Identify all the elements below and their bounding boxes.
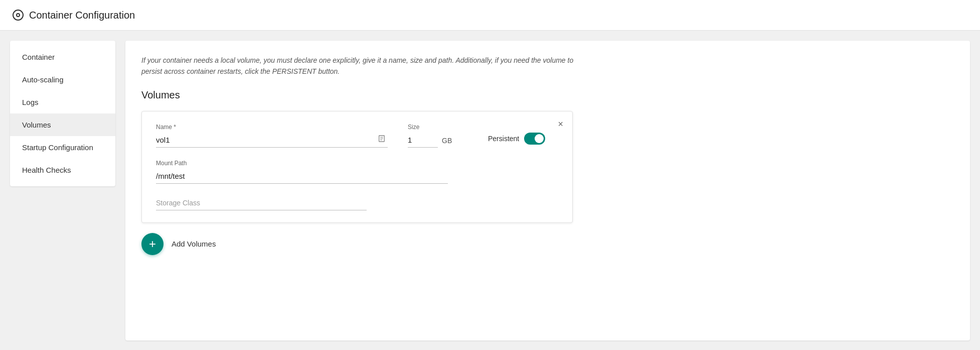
name-input-wrapper xyxy=(156,133,388,148)
persistent-group: Persistent xyxy=(488,133,558,148)
persistent-row: Persistent xyxy=(488,133,558,148)
sidebar-item-container[interactable]: Container xyxy=(10,46,115,68)
mount-path-row: Mount Path xyxy=(156,160,558,184)
sidebar-item-logs[interactable]: Logs xyxy=(10,91,115,113)
sidebar: Container Auto-scaling Logs Volumes Star… xyxy=(10,41,115,186)
mount-path-group: Mount Path xyxy=(156,160,448,184)
add-volumes-button[interactable]: + xyxy=(141,233,164,255)
description-text: If your container needs a local volume, … xyxy=(141,55,593,77)
sidebar-item-health-checks[interactable]: Health Checks xyxy=(10,159,115,181)
storage-class-input[interactable] xyxy=(156,196,367,210)
close-button[interactable]: × xyxy=(556,118,565,131)
svg-point-1 xyxy=(17,14,20,17)
settings-icon xyxy=(12,9,24,21)
volume-card: × Name * xyxy=(141,111,573,223)
size-unit: GB xyxy=(442,137,452,148)
name-group: Name * xyxy=(156,124,388,148)
section-title: Volumes xyxy=(141,89,954,101)
sidebar-item-auto-scaling[interactable]: Auto-scaling xyxy=(10,68,115,91)
mount-path-input[interactable] xyxy=(156,169,448,184)
persistent-toggle[interactable] xyxy=(524,133,545,145)
add-volumes-label: Add Volumes xyxy=(172,240,216,248)
mount-path-label: Mount Path xyxy=(156,160,448,167)
sidebar-item-startup-configuration[interactable]: Startup Configuration xyxy=(10,136,115,159)
size-group: Size GB xyxy=(408,124,468,148)
name-input[interactable] xyxy=(156,133,376,147)
main-content: Container Auto-scaling Logs Volumes Star… xyxy=(0,31,980,350)
persistent-label: Persistent xyxy=(488,135,519,143)
content-area: If your container needs a local volume, … xyxy=(125,41,970,340)
size-label: Size xyxy=(408,124,468,131)
add-volumes-row: + Add Volumes xyxy=(141,233,954,255)
name-label: Name * xyxy=(156,124,388,131)
size-input[interactable] xyxy=(408,133,438,148)
page-title: Container Configuration xyxy=(29,10,135,21)
sidebar-item-volumes[interactable]: Volumes xyxy=(10,113,115,136)
toggle-slider xyxy=(524,133,545,145)
storage-class-group xyxy=(156,196,558,210)
page-header: Container Configuration xyxy=(0,0,980,31)
name-field-icon xyxy=(376,135,388,145)
svg-point-0 xyxy=(13,10,23,20)
size-row: GB xyxy=(408,133,468,148)
name-size-row: Name * Size xyxy=(156,124,558,148)
